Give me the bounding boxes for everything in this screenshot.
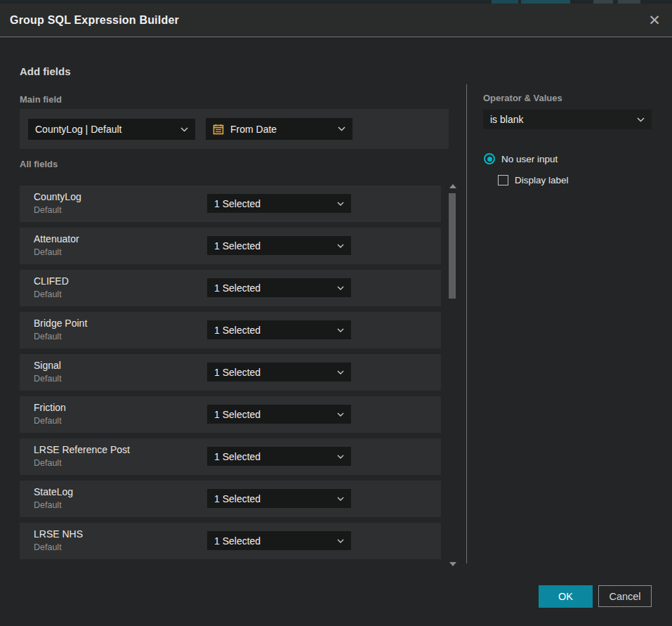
field-row: Signal Default 1 Selected <box>20 354 441 391</box>
field-sublabel: Default <box>34 374 62 384</box>
field-name: CountyLog <box>34 191 81 202</box>
field-sublabel: Default <box>34 247 62 257</box>
field-sublabel: Default <box>34 289 62 299</box>
field-name: StateLog <box>34 486 73 497</box>
field-sublabel: Default <box>34 458 62 468</box>
chevron-down-icon <box>337 539 344 543</box>
operator-select-value: is blank <box>490 114 523 125</box>
chevron-down-icon <box>337 412 344 417</box>
chevron-down-icon <box>337 497 344 501</box>
all-fields-label: All fields <box>20 159 58 169</box>
selection-value: 1 Selected <box>214 240 261 252</box>
close-icon[interactable]: ✕ <box>646 12 663 29</box>
operator-values-label: Operator & Values <box>483 93 562 103</box>
selection-value: 1 Selected <box>214 535 261 547</box>
group-sql-expression-builder-dialog: Group SQL Expression Builder ✕ Add field… <box>0 4 672 626</box>
field-selection-dropdown[interactable]: 1 Selected <box>207 489 351 508</box>
field-sublabel: Default <box>34 542 62 552</box>
chevron-down-icon <box>337 455 344 459</box>
field-row: LRSE NHS Default 1 Selected <box>20 523 441 559</box>
radio-icon <box>484 153 495 164</box>
all-fields-list: CountyLog Default 1 Selected Attenuator … <box>20 185 441 565</box>
selection-value: 1 Selected <box>214 451 261 462</box>
field-selection-dropdown[interactable]: 1 Selected <box>207 405 351 424</box>
field-sublabel: Default <box>34 205 62 215</box>
selection-value: 1 Selected <box>214 198 261 209</box>
selection-value: 1 Selected <box>214 325 261 336</box>
scroll-up-icon[interactable] <box>449 184 456 188</box>
field-sublabel: Default <box>34 416 62 426</box>
add-fields-heading: Add fields <box>20 65 71 77</box>
chevron-down-icon <box>338 126 345 131</box>
field-name: LRSE NHS <box>34 528 83 540</box>
field-row: CountyLog Default 1 Selected <box>20 185 441 222</box>
main-field-panel: CountyLog | Default From Date <box>20 109 449 149</box>
field-selection-dropdown[interactable]: 1 Selected <box>207 320 351 339</box>
operator-select[interactable]: is blank <box>483 110 652 129</box>
layer-select-value: CountyLog | Default <box>35 124 122 135</box>
vertical-divider <box>466 84 467 563</box>
field-selection-dropdown[interactable]: 1 Selected <box>207 194 351 213</box>
selection-value: 1 Selected <box>214 367 261 378</box>
field-selection-dropdown[interactable]: 1 Selected <box>207 278 351 297</box>
cancel-button[interactable]: Cancel <box>598 585 652 607</box>
chevron-down-icon <box>337 202 344 206</box>
field-row: LRSE Reference Post Default 1 Selected <box>20 438 441 475</box>
field-row: StateLog Default 1 Selected <box>20 481 441 517</box>
chevron-down-icon <box>637 117 645 122</box>
field-name: Signal <box>34 360 61 371</box>
field-name: CLIFED <box>34 275 69 287</box>
checkbox-label: Display label <box>515 175 569 185</box>
chevron-down-icon <box>337 286 344 290</box>
field-name: LRSE Reference Post <box>34 444 130 455</box>
main-field-label: Main field <box>20 94 62 105</box>
dialog-title: Group SQL Expression Builder <box>10 14 179 27</box>
chevron-down-icon <box>337 328 344 332</box>
scrollbar-thumb[interactable] <box>449 193 456 299</box>
list-scrollbar[interactable] <box>447 181 458 569</box>
field-row: CLIFED Default 1 Selected <box>20 270 441 306</box>
field-select-value: From Date <box>230 124 277 135</box>
field-selection-dropdown[interactable]: 1 Selected <box>207 447 351 466</box>
display-label-checkbox[interactable]: Display label <box>498 175 569 185</box>
selection-value: 1 Selected <box>214 409 261 420</box>
field-row: Attenuator Default 1 Selected <box>20 228 441 264</box>
field-name: Bridge Point <box>34 318 87 329</box>
chevron-down-icon <box>337 244 344 248</box>
no-user-input-radio[interactable]: No user input <box>484 153 558 164</box>
checkbox-icon <box>498 175 508 185</box>
field-sublabel: Default <box>34 332 62 341</box>
selection-value: 1 Selected <box>214 282 261 294</box>
main-field-layer-select[interactable]: CountyLog | Default <box>28 119 195 140</box>
field-selection-dropdown[interactable]: 1 Selected <box>207 363 351 382</box>
field-selection-dropdown[interactable]: 1 Selected <box>207 236 351 255</box>
calendar-icon <box>213 124 224 135</box>
selection-value: 1 Selected <box>214 493 261 504</box>
radio-label: No user input <box>501 154 558 164</box>
field-row: Friction Default 1 Selected <box>20 396 441 433</box>
chevron-down-icon <box>337 370 344 374</box>
field-selection-dropdown[interactable]: 1 Selected <box>207 531 351 550</box>
field-sublabel: Default <box>34 500 62 510</box>
chevron-down-icon <box>180 127 188 132</box>
ok-button[interactable]: OK <box>539 585 593 608</box>
main-field-field-select[interactable]: From Date <box>206 118 353 140</box>
dialog-header: Group SQL Expression Builder ✕ <box>0 4 672 37</box>
field-name: Friction <box>34 402 66 413</box>
field-name: Attenuator <box>34 233 79 244</box>
field-row: Bridge Point Default 1 Selected <box>20 312 441 348</box>
scroll-down-icon[interactable] <box>449 562 456 566</box>
